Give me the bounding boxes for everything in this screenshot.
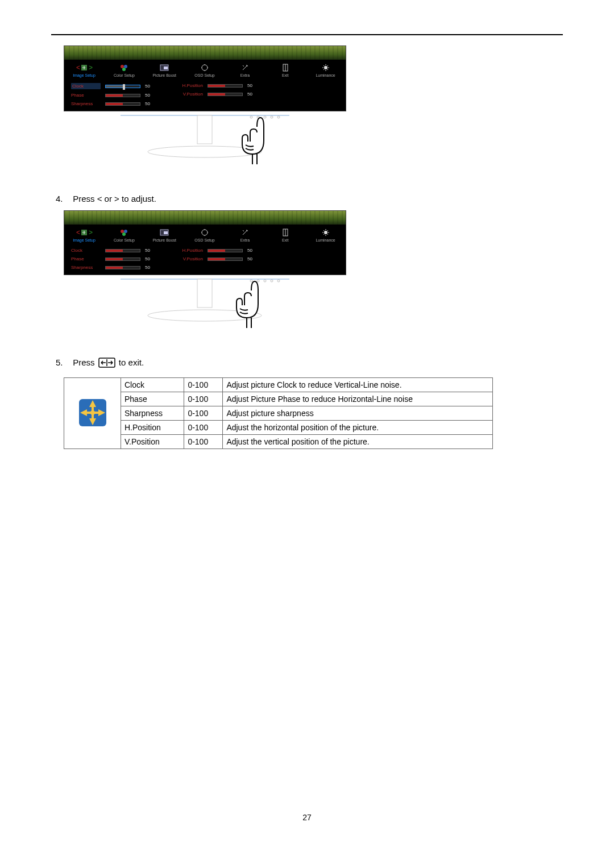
instruction-step-4: 4. Press < or > to adjust. [56, 194, 563, 203]
tab-picture-boost[interactable]: Picture Boost [144, 227, 185, 243]
monitor-stand-illustration [64, 111, 346, 173]
page-number: 27 [51, 813, 563, 822]
exit-icon [265, 228, 305, 237]
svg-point-13 [250, 116, 252, 118]
step-text: Press < or > to adjust. [73, 194, 156, 203]
slider-label: H.Position [171, 83, 203, 88]
slider-sharpness[interactable]: Sharpness 50 [71, 265, 154, 270]
color-setup-icon [104, 63, 144, 72]
tab-exit[interactable]: Exit [265, 62, 305, 78]
slider-value: 50 [145, 101, 154, 106]
tab-exit[interactable]: Exit [265, 227, 305, 243]
slider-label: H.Position [171, 248, 203, 253]
move-arrows-icon [76, 396, 110, 430]
slider-phase[interactable]: Phase 50 [71, 256, 154, 261]
svg-point-8 [202, 65, 208, 70]
tab-label: Exit [265, 238, 305, 242]
tab-extra[interactable]: Extra [225, 227, 265, 243]
extra-icon [225, 63, 265, 72]
svg-point-5 [122, 68, 126, 71]
svg-point-33 [264, 280, 266, 282]
osd-setup-icon [185, 228, 225, 237]
slider-value: 50 [145, 84, 154, 89]
tab-picture-boost[interactable]: Picture Boost [144, 62, 185, 78]
slider-hposition[interactable]: H.Position 50 [171, 248, 256, 253]
slider-value: 50 [145, 248, 154, 253]
svg-point-15 [264, 116, 266, 118]
setting-name: V.Position [121, 435, 184, 449]
picture-boost-icon [144, 228, 185, 237]
slider-sharpness[interactable]: Sharpness 50 [71, 101, 154, 106]
luminance-icon [305, 63, 346, 72]
extra-icon [225, 228, 265, 237]
slider-value: 50 [247, 83, 256, 88]
tab-osd-setup[interactable]: OSD Setup [185, 62, 225, 78]
tab-image-setup[interactable]: < > Image Setup [64, 227, 104, 243]
slider-hposition[interactable]: H.Position 50 [171, 83, 256, 88]
svg-rect-29 [197, 279, 212, 308]
setting-name: Phase [121, 392, 184, 406]
svg-point-28 [324, 231, 327, 234]
svg-rect-25 [164, 231, 168, 234]
tab-luminance[interactable]: Luminance [305, 62, 346, 78]
tab-image-setup[interactable]: < > Image Setup [64, 62, 104, 78]
slider-vposition[interactable]: V.Position 50 [171, 92, 256, 97]
tab-extra[interactable]: Extra [225, 62, 265, 78]
svg-rect-44 [86, 412, 99, 414]
svg-point-26 [202, 230, 208, 235]
osd-tab-bar: < > Image Setup Color Setup Pict [64, 60, 346, 81]
setting-range: 0-100 [184, 435, 223, 449]
setting-range: 0-100 [184, 378, 223, 392]
setting-name: Sharpness [121, 406, 184, 421]
monitor-stand-illustration [64, 275, 346, 337]
top-rule [51, 34, 563, 35]
slider-phase[interactable]: Phase 50 [71, 93, 154, 98]
slider-value: 50 [145, 265, 154, 270]
slider-label: Clock [71, 248, 101, 253]
osd-screenshot-2: < > Image Setup Color Setup Picture Boos… [64, 210, 346, 337]
slider-clock[interactable]: Clock 50 [71, 248, 154, 253]
slider-label: V.Position [171, 256, 203, 261]
slider-value: 50 [247, 248, 256, 253]
setting-range: 0-100 [184, 421, 223, 435]
svg-point-32 [257, 280, 259, 282]
osd-screenshot-1: < > Image Setup Color Setup Pict [64, 45, 346, 173]
tab-label: Luminance [305, 73, 346, 77]
tab-luminance[interactable]: Luminance [305, 227, 346, 243]
image-setup-icon-cell [64, 378, 121, 449]
svg-point-16 [271, 116, 273, 118]
tab-label: Luminance [305, 238, 346, 242]
slider-value: 50 [247, 92, 256, 97]
tab-label: OSD Setup [185, 73, 225, 77]
auto-exit-button-icon [98, 358, 115, 369]
luminance-icon [305, 228, 346, 237]
slider-clock[interactable]: Clock 50 [71, 83, 154, 89]
svg-text:>: > [89, 64, 93, 72]
slider-label: Sharpness [71, 265, 101, 270]
svg-text:<: < [76, 64, 80, 72]
setting-desc: Adjust picture sharpness [223, 406, 493, 421]
osd-header-image [64, 46, 346, 60]
color-setup-icon [104, 228, 144, 237]
setting-desc: Adjust the horizontal position of the pi… [223, 421, 493, 435]
svg-point-17 [277, 116, 280, 118]
slider-label: Sharpness [71, 101, 101, 106]
slider-vposition[interactable]: V.Position 50 [171, 256, 256, 261]
osd-header-image [64, 211, 346, 225]
image-setup-icon: < > [64, 228, 104, 237]
step-text: Press [73, 358, 97, 367]
image-setup-icon: < > [64, 63, 104, 72]
tab-label: Image Setup [64, 73, 104, 77]
svg-point-22 [124, 230, 127, 233]
tab-color-setup[interactable]: Color Setup [104, 62, 144, 78]
svg-point-34 [271, 280, 273, 282]
svg-text:<: < [76, 229, 80, 236]
svg-point-21 [121, 230, 124, 233]
tab-label: Exit [265, 73, 305, 77]
tab-label: Extra [225, 238, 265, 242]
tab-label: Extra [225, 73, 265, 77]
tab-osd-setup[interactable]: OSD Setup [185, 227, 225, 243]
tab-color-setup[interactable]: Color Setup [104, 227, 144, 243]
slider-label: Phase [71, 256, 101, 261]
step-number: 4. [56, 194, 70, 203]
